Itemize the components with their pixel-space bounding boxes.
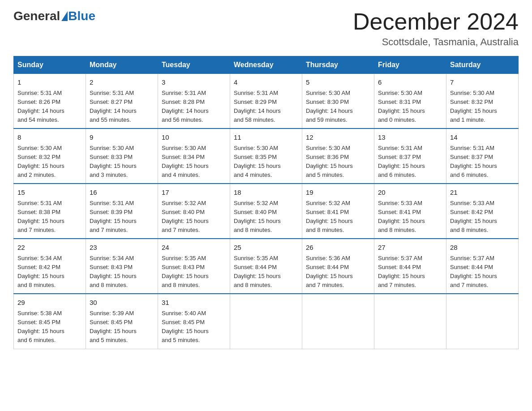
calendar-cell: 1Sunrise: 5:31 AM Sunset: 8:26 PM Daylig… [14,74,86,129]
header-cell-saturday: Saturday [446,56,519,74]
calendar-cell: 3Sunrise: 5:31 AM Sunset: 8:28 PM Daylig… [158,74,230,129]
calendar-cell: 11Sunrise: 5:30 AM Sunset: 8:35 PM Dayli… [230,128,302,184]
calendar-cell: 9Sunrise: 5:30 AM Sunset: 8:33 PM Daylig… [86,128,158,184]
day-info: Sunrise: 5:32 AM Sunset: 8:40 PM Dayligh… [234,199,298,235]
day-number: 5 [306,77,370,88]
day-number: 11 [234,133,298,143]
week-row-2: 8Sunrise: 5:30 AM Sunset: 8:32 PM Daylig… [14,128,519,184]
day-info: Sunrise: 5:31 AM Sunset: 8:37 PM Dayligh… [378,144,442,180]
day-info: Sunrise: 5:34 AM Sunset: 8:42 PM Dayligh… [17,254,82,290]
calendar-cell: 16Sunrise: 5:31 AM Sunset: 8:39 PM Dayli… [86,184,158,239]
header-cell-monday: Monday [86,56,158,74]
day-info: Sunrise: 5:30 AM Sunset: 8:32 PM Dayligh… [450,89,515,125]
day-info: Sunrise: 5:31 AM Sunset: 8:26 PM Dayligh… [17,89,82,125]
calendar-cell [230,294,302,349]
calendar-cell: 22Sunrise: 5:34 AM Sunset: 8:42 PM Dayli… [14,239,86,294]
week-row-4: 22Sunrise: 5:34 AM Sunset: 8:42 PM Dayli… [14,239,519,294]
day-info: Sunrise: 5:30 AM Sunset: 8:33 PM Dayligh… [90,144,154,180]
day-info: Sunrise: 5:37 AM Sunset: 8:44 PM Dayligh… [450,254,515,290]
calendar-cell: 27Sunrise: 5:37 AM Sunset: 8:44 PM Dayli… [374,239,446,294]
day-number: 10 [162,133,226,143]
day-info: Sunrise: 5:32 AM Sunset: 8:41 PM Dayligh… [306,199,370,235]
day-info: Sunrise: 5:30 AM Sunset: 8:34 PM Dayligh… [162,144,226,180]
calendar-cell: 31Sunrise: 5:40 AM Sunset: 8:45 PM Dayli… [158,294,230,349]
day-number: 17 [162,188,226,198]
day-info: Sunrise: 5:30 AM Sunset: 8:36 PM Dayligh… [306,144,370,180]
day-number: 21 [450,188,515,198]
day-info: Sunrise: 5:30 AM Sunset: 8:32 PM Dayligh… [17,144,82,180]
calendar-cell: 30Sunrise: 5:39 AM Sunset: 8:45 PM Dayli… [86,294,158,349]
calendar-cell: 29Sunrise: 5:38 AM Sunset: 8:45 PM Dayli… [14,294,86,349]
calendar-cell: 26Sunrise: 5:36 AM Sunset: 8:44 PM Dayli… [302,239,374,294]
calendar-cell: 12Sunrise: 5:30 AM Sunset: 8:36 PM Dayli… [302,128,374,184]
day-info: Sunrise: 5:30 AM Sunset: 8:30 PM Dayligh… [306,89,370,125]
calendar-cell: 7Sunrise: 5:30 AM Sunset: 8:32 PM Daylig… [446,74,519,129]
calendar-cell: 28Sunrise: 5:37 AM Sunset: 8:44 PM Dayli… [446,239,519,294]
calendar-cell: 19Sunrise: 5:32 AM Sunset: 8:41 PM Dayli… [302,184,374,239]
calendar-cell [374,294,446,349]
day-number: 23 [90,243,154,253]
calendar-cell: 6Sunrise: 5:30 AM Sunset: 8:31 PM Daylig… [374,74,446,129]
header-cell-thursday: Thursday [302,56,374,74]
day-info: Sunrise: 5:31 AM Sunset: 8:38 PM Dayligh… [17,199,82,235]
page-header: General Blue December 2024 Scottsdale, T… [13,9,519,48]
day-info: Sunrise: 5:33 AM Sunset: 8:42 PM Dayligh… [450,199,515,235]
calendar-cell: 23Sunrise: 5:34 AM Sunset: 8:43 PM Dayli… [86,239,158,294]
day-number: 20 [378,188,442,198]
day-number: 3 [162,77,226,88]
calendar-table: SundayMondayTuesdayWednesdayThursdayFrid… [13,56,519,349]
calendar-title: December 2024 [353,9,519,34]
day-info: Sunrise: 5:31 AM Sunset: 8:37 PM Dayligh… [450,144,515,180]
day-info: Sunrise: 5:33 AM Sunset: 8:41 PM Dayligh… [378,199,442,235]
day-number: 25 [234,243,298,253]
week-row-3: 15Sunrise: 5:31 AM Sunset: 8:38 PM Dayli… [14,184,519,239]
day-info: Sunrise: 5:36 AM Sunset: 8:44 PM Dayligh… [306,254,370,290]
day-info: Sunrise: 5:31 AM Sunset: 8:39 PM Dayligh… [90,199,154,235]
day-info: Sunrise: 5:34 AM Sunset: 8:43 PM Dayligh… [90,254,154,290]
header-cell-wednesday: Wednesday [230,56,302,74]
logo: General Blue [13,9,95,23]
day-number: 6 [378,77,442,88]
header-cell-tuesday: Tuesday [158,56,230,74]
calendar-cell [446,294,519,349]
day-number: 9 [90,133,154,143]
header-row: SundayMondayTuesdayWednesdayThursdayFrid… [14,56,519,74]
calendar-cell: 14Sunrise: 5:31 AM Sunset: 8:37 PM Dayli… [446,128,519,184]
calendar-cell [302,294,374,349]
day-number: 18 [234,188,298,198]
header-cell-sunday: Sunday [14,56,86,74]
calendar-cell: 17Sunrise: 5:32 AM Sunset: 8:40 PM Dayli… [158,184,230,239]
logo-blue-part: Blue [60,9,95,23]
calendar-cell: 21Sunrise: 5:33 AM Sunset: 8:42 PM Dayli… [446,184,519,239]
title-block: December 2024 Scottsdale, Tasmania, Aust… [353,9,519,48]
calendar-cell: 4Sunrise: 5:31 AM Sunset: 8:29 PM Daylig… [230,74,302,129]
day-info: Sunrise: 5:31 AM Sunset: 8:27 PM Dayligh… [90,89,154,125]
logo-blue-text: Blue [68,9,95,23]
day-number: 1 [17,77,82,88]
calendar-cell: 2Sunrise: 5:31 AM Sunset: 8:27 PM Daylig… [86,74,158,129]
calendar-cell: 24Sunrise: 5:35 AM Sunset: 8:43 PM Dayli… [158,239,230,294]
day-number: 31 [162,298,226,308]
day-number: 14 [450,133,515,143]
week-row-5: 29Sunrise: 5:38 AM Sunset: 8:45 PM Dayli… [14,294,519,349]
logo-triangle-icon [61,11,68,21]
calendar-cell: 13Sunrise: 5:31 AM Sunset: 8:37 PM Dayli… [374,128,446,184]
day-number: 2 [90,77,154,88]
calendar-cell: 10Sunrise: 5:30 AM Sunset: 8:34 PM Dayli… [158,128,230,184]
day-number: 19 [306,188,370,198]
day-info: Sunrise: 5:30 AM Sunset: 8:35 PM Dayligh… [234,144,298,180]
day-info: Sunrise: 5:32 AM Sunset: 8:40 PM Dayligh… [162,199,226,235]
day-number: 29 [17,298,82,308]
week-row-1: 1Sunrise: 5:31 AM Sunset: 8:26 PM Daylig… [14,74,519,129]
day-number: 12 [306,133,370,143]
day-info: Sunrise: 5:40 AM Sunset: 8:45 PM Dayligh… [162,309,226,345]
day-info: Sunrise: 5:35 AM Sunset: 8:43 PM Dayligh… [162,254,226,290]
day-number: 8 [17,133,82,143]
day-number: 4 [234,77,298,88]
day-info: Sunrise: 5:39 AM Sunset: 8:45 PM Dayligh… [90,309,154,345]
day-info: Sunrise: 5:31 AM Sunset: 8:28 PM Dayligh… [162,89,226,125]
calendar-header: SundayMondayTuesdayWednesdayThursdayFrid… [14,56,519,74]
calendar-cell: 20Sunrise: 5:33 AM Sunset: 8:41 PM Dayli… [374,184,446,239]
header-cell-friday: Friday [374,56,446,74]
calendar-cell: 18Sunrise: 5:32 AM Sunset: 8:40 PM Dayli… [230,184,302,239]
